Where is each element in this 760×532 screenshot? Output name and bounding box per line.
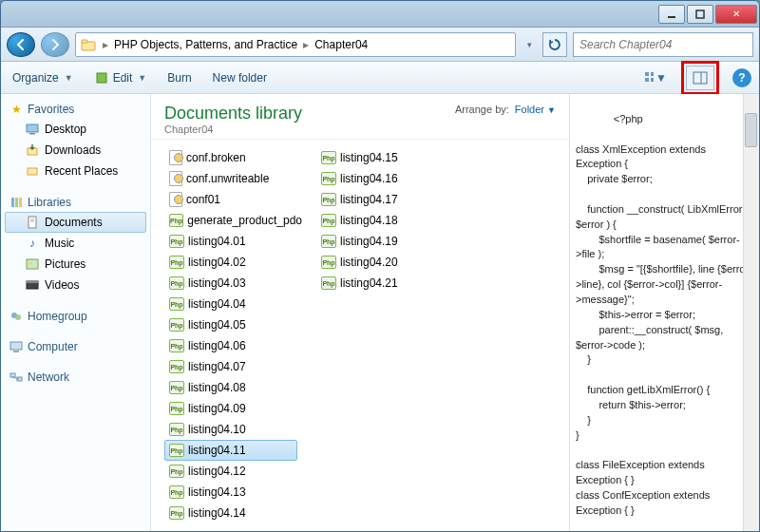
php-file-icon: Php — [321, 193, 336, 206]
burn-label: Burn — [167, 71, 191, 85]
file-item[interactable]: Phplisting04.03 — [164, 273, 297, 294]
svg-rect-21 — [27, 259, 38, 269]
svg-rect-9 — [694, 72, 707, 84]
libraries-header[interactable]: Libraries — [5, 193, 146, 212]
file-item[interactable]: Phplisting04.16 — [316, 168, 449, 189]
preview-pane-button[interactable] — [686, 66, 714, 90]
file-item[interactable]: Phplisting04.14 — [164, 503, 297, 523]
scroll-thumb[interactable] — [745, 113, 757, 147]
nav-music[interactable]: ♪Music — [5, 233, 146, 254]
svg-rect-24 — [27, 281, 38, 283]
breadcrumb-part-2[interactable]: Chapter04 — [311, 36, 371, 53]
file-name: listing04.19 — [340, 235, 398, 248]
organize-label: Organize — [12, 71, 59, 85]
close-button[interactable]: ✕ — [715, 5, 757, 24]
downloads-icon — [25, 142, 40, 158]
breadcrumb-part-1[interactable]: PHP Objects, Patterns, and Practice — [110, 36, 301, 53]
nav-recent[interactable]: Recent Places — [5, 161, 146, 181]
back-button[interactable] — [7, 32, 35, 57]
edit-button[interactable]: Edit▼ — [90, 67, 151, 88]
file-item[interactable]: Phplisting04.13 — [164, 482, 297, 503]
new-folder-button[interactable]: New folder — [209, 68, 271, 87]
file-name: listing04.05 — [188, 318, 246, 332]
chevron-right-icon[interactable]: ▸ — [101, 38, 110, 51]
svg-rect-29 — [10, 373, 15, 377]
file-item[interactable]: Phplisting04.17 — [316, 189, 449, 210]
php-file-icon: Php — [169, 256, 184, 269]
computer-header[interactable]: Computer — [5, 337, 146, 356]
file-name: listing04.04 — [188, 297, 246, 311]
file-name: listing04.15 — [340, 151, 398, 164]
file-item[interactable]: Phplisting04.02 — [164, 252, 297, 273]
folder-icon — [80, 36, 97, 53]
file-item[interactable]: Phplisting04.10 — [164, 419, 297, 440]
desktop-icon — [25, 122, 40, 137]
file-item[interactable]: Phpgenerate_product_pdo — [164, 210, 297, 231]
svg-rect-3 — [82, 40, 87, 43]
file-name: listing04.14 — [188, 506, 246, 520]
file-item[interactable]: Phplisting04.19 — [316, 231, 449, 252]
file-item[interactable]: Phplisting04.18 — [316, 210, 449, 231]
nav-documents[interactable]: Documents — [5, 212, 146, 233]
view-options-button[interactable]: ▼ — [643, 66, 668, 89]
file-name: listing04.07 — [188, 360, 246, 373]
help-button[interactable]: ? — [732, 68, 751, 87]
recent-icon — [25, 163, 40, 179]
svg-rect-12 — [29, 133, 35, 135]
chevron-down-icon: ▼ — [138, 73, 146, 83]
burn-button[interactable]: Burn — [163, 68, 195, 87]
organize-button[interactable]: Organize▼ — [9, 68, 77, 87]
svg-rect-15 — [11, 198, 14, 207]
file-item[interactable]: Phplisting04.01 — [164, 231, 297, 252]
svg-rect-4 — [97, 73, 106, 83]
file-item[interactable]: Phplisting04.12 — [164, 461, 297, 482]
scrollbar-vertical[interactable] — [743, 94, 759, 531]
php-file-icon: Php — [169, 444, 184, 457]
file-item[interactable]: conf.broken — [164, 147, 297, 168]
file-item[interactable]: Phplisting04.20 — [316, 252, 449, 273]
file-item[interactable]: Phplisting04.04 — [164, 294, 297, 314]
search-input[interactable] — [573, 32, 753, 57]
file-item[interactable]: Phplisting04.09 — [164, 398, 297, 419]
svg-rect-5 — [645, 72, 649, 76]
file-name: listing04.17 — [340, 193, 398, 206]
file-item[interactable]: conf.unwriteable — [164, 168, 297, 189]
network-header[interactable]: Network — [5, 368, 146, 387]
breadcrumb[interactable]: ▸ PHP Objects, Patterns, and Practice ▸ … — [75, 32, 516, 57]
php-file-icon: Php — [169, 360, 184, 373]
nav-pictures[interactable]: Pictures — [5, 254, 146, 275]
maximize-button[interactable] — [687, 5, 713, 24]
arrange-value[interactable]: Folder ▼ — [515, 104, 556, 115]
file-item[interactable]: Phplisting04.08 — [164, 377, 297, 398]
file-item[interactable]: Phplisting04.05 — [164, 314, 297, 335]
file-list[interactable]: conf.brokenconf.unwriteableconf01Phpgene… — [151, 140, 569, 531]
file-item[interactable]: Phplisting04.11 — [164, 440, 297, 461]
svg-rect-14 — [28, 168, 37, 175]
nav-desktop[interactable]: Desktop — [5, 119, 146, 140]
file-name: listing04.21 — [340, 276, 398, 290]
file-item[interactable]: Phplisting04.06 — [164, 335, 297, 356]
refresh-button[interactable] — [542, 32, 567, 57]
breadcrumb-dropdown[interactable]: ▾ — [522, 40, 537, 49]
file-item[interactable]: Phplisting04.07 — [164, 356, 297, 377]
file-item[interactable]: Phplisting04.21 — [316, 273, 449, 294]
chevron-right-icon[interactable]: ▸ — [301, 38, 311, 51]
forward-button[interactable] — [41, 32, 69, 57]
file-item[interactable]: Phplisting04.15 — [316, 147, 449, 168]
nav-videos[interactable]: Videos — [5, 275, 146, 295]
favorites-header[interactable]: ★Favorites — [5, 100, 146, 119]
nav-downloads[interactable]: Downloads — [5, 140, 146, 161]
documents-icon — [25, 215, 40, 230]
library-header: Documents library Chapter04 Arrange by: … — [151, 94, 569, 140]
explorer-window: ✕ ▸ PHP Objects, Patterns, and Practice … — [0, 0, 760, 532]
php-file-icon: Php — [169, 485, 184, 499]
new-folder-label: New folder — [213, 71, 267, 85]
file-item[interactable]: conf01 — [164, 189, 297, 210]
minimize-button[interactable] — [658, 5, 685, 24]
file-name: listing04.20 — [340, 256, 398, 269]
file-name: listing04.09 — [188, 402, 246, 415]
file-name: generate_product_pdo — [187, 214, 302, 227]
file-name: listing04.03 — [188, 276, 246, 290]
libraries-icon — [9, 195, 24, 210]
homegroup-header[interactable]: Homegroup — [5, 307, 146, 326]
